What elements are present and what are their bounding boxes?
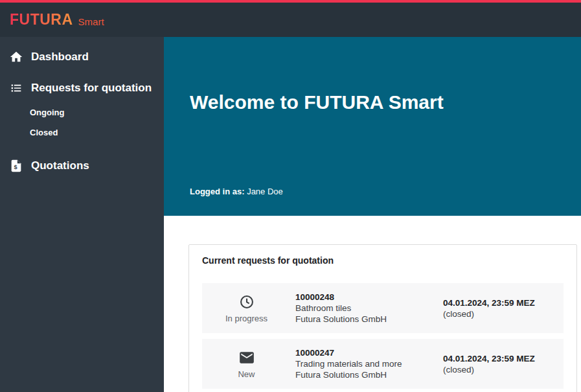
logged-in-status: Logged in as: Jane Doe (190, 187, 283, 196)
sidebar-subitem-ongoing[interactable]: Ongoing (0, 102, 164, 122)
request-company: Futura Solutions GmbH (295, 314, 443, 325)
deadline-date: 04.01.2024, 23:59 MEZ (443, 353, 553, 364)
request-quote-icon: $ (9, 159, 23, 173)
deadline-column: 04.01.2024, 23:59 MEZ (closed) (443, 353, 553, 375)
sidebar-item-requests-for-quotation[interactable]: Requests for quotation (0, 74, 164, 102)
deadline-date: 04.01.2024, 23:59 MEZ (443, 297, 553, 308)
status-label: In progress (225, 314, 268, 323)
brand-suffix: Smart (78, 16, 104, 27)
main-content: Welcome to FUTURA Smart Logged in as: Ja… (164, 37, 581, 392)
home-icon (9, 50, 23, 64)
current-requests-card: Current requests for quotation In progre… (188, 244, 577, 392)
status-label: New (238, 369, 255, 379)
card-title: Current requests for quotation (202, 255, 564, 266)
request-rows: In progress 10000248 Bathroom tiles Futu… (202, 283, 564, 392)
request-details: 10000247 Trading materials and more Futu… (280, 347, 443, 380)
sidebar-item-label: Requests for quotation (31, 82, 152, 95)
request-id: 10000248 (295, 292, 443, 303)
welcome-banner: Welcome to FUTURA Smart Logged in as: Ja… (164, 37, 581, 216)
request-description: Trading materials and more (295, 358, 443, 369)
sidebar-item-label: Quotations (31, 159, 89, 172)
request-id: 10000247 (295, 347, 443, 358)
sidebar-item-quotations[interactable]: $ Quotations (0, 152, 164, 180)
list-icon (9, 81, 23, 95)
app-header: FUTURA Smart (0, 3, 581, 37)
sidebar: Dashboard Requests for quotation Ongoing… (0, 37, 164, 392)
status-column: In progress (212, 294, 280, 323)
request-description: Bathroom tiles (295, 303, 443, 314)
logged-in-user: Jane Doe (247, 187, 283, 196)
svg-text:$: $ (14, 164, 17, 170)
sidebar-item-dashboard[interactable]: Dashboard (0, 43, 164, 71)
request-company: Futura Solutions GmbH (295, 369, 443, 380)
logged-in-label: Logged in as: (190, 187, 245, 196)
welcome-title: Welcome to FUTURA Smart (190, 91, 444, 113)
request-details: 10000248 Bathroom tiles Futura Solutions… (280, 292, 443, 325)
request-row[interactable]: In progress 10000248 Bathroom tiles Futu… (202, 283, 564, 333)
deadline-note: (closed) (443, 308, 553, 319)
deadline-note: (closed) (443, 364, 553, 375)
status-column: New (212, 349, 280, 379)
brand-logo[interactable]: FUTURA (10, 11, 73, 29)
clock-icon (238, 294, 255, 310)
request-row[interactable]: New 10000247 Trading materials and more … (202, 339, 564, 389)
email-icon (238, 349, 255, 366)
sidebar-subitem-closed[interactable]: Closed (0, 122, 164, 143)
deadline-column: 04.01.2024, 23:59 MEZ (closed) (443, 297, 553, 319)
sidebar-item-label: Dashboard (31, 51, 89, 63)
